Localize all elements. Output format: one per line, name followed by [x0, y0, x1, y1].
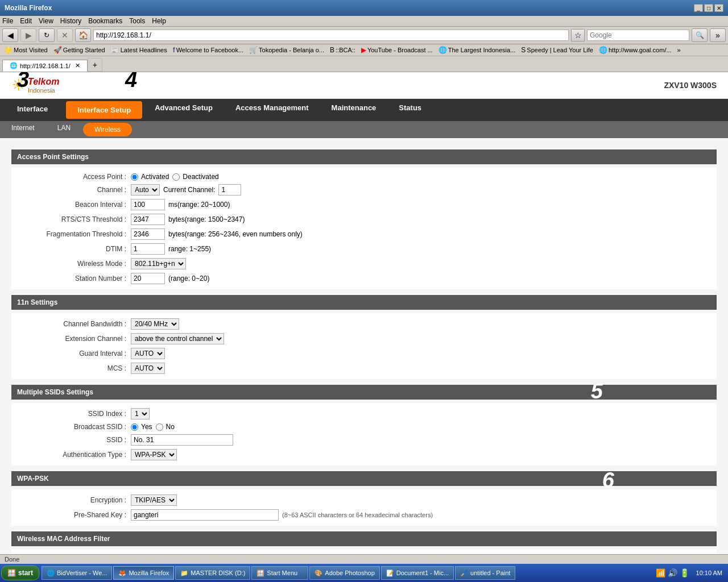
row-wireless-mode: Wireless Mode : 802.11b+g+n: [17, 256, 711, 271]
value-mcs: AUTO: [131, 363, 711, 374]
nav-advanced-setup[interactable]: Advanced Setup: [143, 99, 224, 121]
frag-input[interactable]: [131, 228, 165, 240]
menu-view[interactable]: View: [39, 17, 53, 25]
nav-lan[interactable]: LAN: [46, 121, 82, 138]
menu-history[interactable]: History: [60, 17, 81, 25]
bookmark-goal[interactable]: 🌐 http://www.goal.com/...: [597, 45, 673, 55]
nav-status[interactable]: Status: [387, 99, 433, 121]
nav-interface[interactable]: Interface: [0, 99, 65, 121]
nav-maintenance[interactable]: Maintenance: [320, 99, 388, 121]
bookmark-star[interactable]: ☆: [571, 29, 585, 41]
address-bar[interactable]: [93, 30, 569, 41]
value-access-point: Activated Deactivated: [131, 173, 711, 181]
active-tab[interactable]: 🌐 http://192.168.1.1/ ✕: [2, 60, 88, 72]
nav-access-management[interactable]: Access Management: [224, 99, 320, 121]
radio-activated[interactable]: [131, 173, 138, 181]
ssid-input[interactable]: [131, 434, 233, 446]
auth-type-select[interactable]: WPA-PSK: [131, 449, 177, 460]
radio-activated-label[interactable]: Activated: [131, 173, 169, 181]
facebook-icon: f: [173, 46, 175, 54]
bookmark-bca[interactable]: B ::BCA::: [328, 45, 357, 55]
dtim-input[interactable]: [131, 243, 165, 255]
headlines-label: Latest Headlines: [121, 47, 167, 53]
nav-interface-setup[interactable]: Interface Setup: [66, 101, 142, 119]
row-beacon: Beacon Interval : ms(range: 20~1000): [17, 197, 711, 212]
current-channel-input[interactable]: [218, 184, 241, 196]
row-dtim: DTIM : range: 1~255): [17, 242, 711, 256]
minimize-button[interactable]: _: [694, 4, 703, 12]
station-number-input[interactable]: [131, 273, 165, 284]
menu-file[interactable]: File: [2, 17, 13, 25]
bookmark-headlines[interactable]: 📰 Latest Headlines: [109, 45, 169, 55]
label-extension-ch: Extension Channel :: [17, 335, 131, 343]
nav-wireless[interactable]: Wireless: [83, 123, 132, 136]
rts-input[interactable]: [131, 214, 165, 225]
bca-label: ::BCA::: [336, 47, 355, 53]
guard-select[interactable]: AUTO: [131, 348, 165, 359]
wireless-mode-select[interactable]: 802.11b+g+n: [131, 258, 186, 269]
value-frag: bytes(range: 256~2346, even numbers only…: [131, 228, 711, 240]
ssid-index-select[interactable]: 1: [131, 408, 150, 419]
broadcast-no-text: No: [166, 423, 175, 431]
most-visited-label: Most Visited: [14, 47, 48, 53]
maximize-button[interactable]: □: [704, 4, 713, 12]
bookmarks-more[interactable]: »: [676, 46, 682, 54]
indonesia-icon: 🌐: [439, 46, 447, 54]
bookmark-getting-started[interactable]: 🚀 Getting Started: [52, 45, 107, 55]
bookmark-facebook[interactable]: f Welcome to Facebook...: [171, 45, 245, 55]
value-beacon: ms(range: 20~1000): [131, 199, 711, 210]
bookmark-most-visited[interactable]: 🌟 Most Visited: [2, 45, 49, 55]
radio-broadcast-no[interactable]: [156, 423, 163, 431]
radio-broadcast-no-label[interactable]: No: [156, 423, 175, 431]
nav-interface-label: Interface: [17, 105, 48, 113]
psk-input[interactable]: [131, 509, 279, 521]
label-frag: Fragmentation Threshold :: [17, 230, 131, 238]
row-auth-type: Authentication Type : WPA-PSK: [17, 447, 711, 462]
search-button[interactable]: 🔍: [692, 28, 708, 42]
bookmark-youtube[interactable]: ▶ YouTube - Broadcast ...: [359, 45, 435, 55]
menu-help[interactable]: Help: [152, 17, 166, 25]
menu-bookmarks[interactable]: Bookmarks: [88, 17, 122, 25]
section-access-point-title: Access Point Settings: [17, 153, 89, 161]
close-button[interactable]: ✕: [714, 4, 723, 12]
annotation-5: 5: [591, 379, 603, 404]
home-button[interactable]: 🏠: [75, 28, 91, 42]
goal-icon: 🌐: [599, 46, 607, 54]
tab-close-icon[interactable]: ✕: [75, 62, 80, 69]
stop-button[interactable]: ✕: [57, 28, 73, 42]
new-tab-button[interactable]: +: [88, 58, 102, 72]
search-input[interactable]: [587, 30, 689, 41]
reload-button[interactable]: ↻: [39, 28, 55, 42]
forward-button[interactable]: ▶: [20, 28, 36, 42]
radio-deactivated[interactable]: [172, 173, 180, 181]
mcs-select[interactable]: AUTO: [131, 363, 165, 374]
channel-select[interactable]: Auto: [131, 184, 160, 196]
titlebar: Mozilla Firefox _ □ ✕: [0, 0, 728, 16]
device-name: ZXV10 W300S: [664, 81, 717, 90]
bookmark-speedy[interactable]: S Speedy | Lead Your Life: [519, 45, 595, 55]
tab-label: http://192.168.1.1/: [20, 63, 71, 69]
encryption-select[interactable]: TKIP/AES: [131, 494, 177, 506]
radio-broadcast-yes[interactable]: [131, 423, 138, 431]
frag-unit: bytes(range: 256~2346, even numbers only…: [168, 230, 303, 238]
sub-nav: Internet LAN Wireless: [0, 121, 728, 138]
channel-bw-select[interactable]: 20/40 MHz: [131, 318, 179, 330]
back-button[interactable]: ◀: [2, 28, 18, 42]
section-11n: 11n Settings: [11, 295, 717, 310]
bookmark-indonesia[interactable]: 🌐 The Largest Indonesia...: [437, 45, 518, 55]
tokopedia-label: Tokopedia - Belanja o...: [259, 47, 324, 53]
label-beacon: Beacon Interval :: [17, 201, 131, 209]
label-channel: Channel :: [17, 186, 131, 194]
label-broadcast-ssid: Broadcast SSID :: [17, 423, 131, 431]
menu-edit[interactable]: Edit: [20, 17, 32, 25]
radio-broadcast-yes-label[interactable]: Yes: [131, 423, 152, 431]
menu-tools[interactable]: Tools: [129, 17, 145, 25]
nav-internet[interactable]: Internet: [0, 121, 46, 138]
router-content: ☀ Telkom Indonesia ZXV10 W300S 3 4: [0, 72, 728, 554]
speedy-icon: S: [521, 46, 526, 54]
radio-deactivated-label[interactable]: Deactivated: [172, 173, 218, 181]
bookmark-tokopedia[interactable]: 🛒 Tokopedia - Belanja o...: [247, 45, 326, 55]
arrow-right-btn[interactable]: »: [710, 28, 726, 42]
extension-ch-select[interactable]: above the control channel: [131, 333, 224, 344]
beacon-input[interactable]: [131, 199, 165, 210]
